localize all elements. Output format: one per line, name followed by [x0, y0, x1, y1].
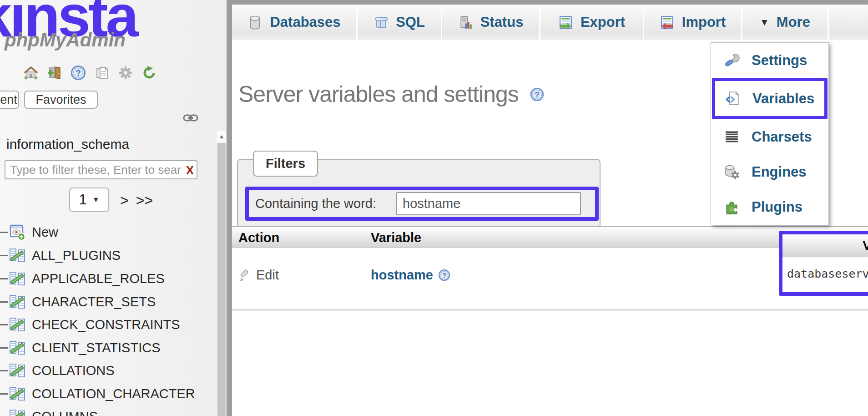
pencil-icon: [238, 269, 251, 281]
column-header-value: Value: [863, 238, 868, 253]
export-icon: [558, 15, 573, 30]
row-separator: [232, 309, 868, 310]
status-icon: [458, 15, 473, 30]
nav-tab-more[interactable]: ▼ More: [742, 5, 829, 40]
value-column-header: Value: [782, 234, 868, 257]
database-icon: [247, 15, 262, 30]
navigation-sidebar: kinsta phpMyAdmin ent Favorites informat…: [0, 0, 227, 416]
menu-item-label: Settings: [752, 52, 807, 69]
menu-item-charsets[interactable]: Charsets: [711, 119, 828, 154]
tree-item[interactable]: COLLATIONS: [0, 360, 227, 381]
menu-item-engines[interactable]: Engines: [711, 155, 828, 190]
menu-item-variables[interactable]: Variables: [712, 78, 828, 119]
menu-item-plugins[interactable]: Plugins: [711, 190, 828, 225]
nav-tab-label: Import: [682, 14, 726, 30]
nav-tab-status[interactable]: Status: [442, 5, 540, 40]
view-icon: [9, 316, 26, 333]
main-content: Databases SQL Status Export Import ▼ Mor…: [232, 5, 868, 416]
more-dropdown-menu: Settings Variables Charsets Engines Plug…: [711, 42, 829, 225]
view-icon: [9, 385, 26, 402]
page-title-row: Server variables and settings: [238, 81, 544, 107]
variables-icon: [725, 91, 741, 107]
nav-tab-label: Databases: [270, 14, 340, 30]
view-icon: [9, 293, 26, 310]
tree-item[interactable]: COLLATION_CHARACTER: [0, 383, 227, 405]
menu-item-label: Engines: [752, 164, 807, 180]
tree-item-label: CHECK_CONSTRAINTS: [32, 317, 180, 332]
menu-item-label: Charsets: [752, 129, 812, 145]
view-icon: [9, 339, 26, 356]
tree-item[interactable]: CHECK_CONSTRAINTS: [0, 314, 227, 335]
edit-button[interactable]: Edit: [238, 268, 279, 283]
import-icon: [660, 15, 675, 30]
nav-tab-import[interactable]: Import: [644, 5, 742, 40]
tree-item-label: COLUMNS: [32, 409, 98, 416]
help-icon[interactable]: [439, 269, 450, 281]
variable-name-link[interactable]: hostname: [371, 268, 433, 283]
wrench-icon: [724, 52, 740, 68]
plugins-icon: [724, 199, 740, 215]
nav-tab-export[interactable]: Export: [540, 5, 644, 40]
nav-tab-databases[interactable]: Databases: [232, 5, 358, 40]
new-table-icon: [9, 223, 26, 241]
sidebar-scrollbar[interactable]: ▲: [217, 131, 226, 416]
tree-item[interactable]: CLIENT_STATISTICS: [0, 337, 227, 359]
nav-tab-label: Export: [580, 14, 625, 30]
nav-tab-label: Status: [480, 14, 524, 30]
tree-item[interactable]: ALL_PLUGINS: [0, 244, 227, 266]
view-icon: [9, 408, 26, 416]
value-highlight-box: Value databaseserve: [779, 231, 868, 296]
table-tree: New ALL_PLUGINS APPLICABLE_ROLES CHARACT…: [0, 0, 227, 416]
menu-item-label: Variables: [752, 91, 814, 107]
view-icon: [9, 270, 26, 287]
charsets-icon: [724, 129, 740, 145]
engines-icon: [724, 164, 740, 180]
variables-table-header: Action Variable: [232, 226, 868, 248]
column-header-action: Action: [238, 230, 279, 245]
tree-item-label: COLLATIONS: [32, 363, 115, 378]
chevron-down-icon: ▼: [760, 17, 769, 28]
scroll-up-button[interactable]: ▲: [217, 131, 226, 142]
menu-item-settings[interactable]: Settings: [711, 43, 828, 78]
filter-label: Containing the word:: [249, 196, 396, 211]
tree-item-label: APPLICABLE_ROLES: [32, 271, 165, 286]
tree-item[interactable]: COLUMNS: [0, 406, 227, 416]
menu-item-label: Plugins: [752, 199, 802, 215]
tree-item-label: New: [32, 225, 58, 240]
scrollbar-thumb[interactable]: [217, 143, 226, 416]
tree-item-label: COLLATION_CHARACTER: [32, 386, 195, 401]
variable-cell: hostname: [371, 268, 450, 283]
edit-label: Edit: [256, 268, 279, 283]
tree-item-new[interactable]: New: [0, 221, 227, 243]
tree-item[interactable]: APPLICABLE_ROLES: [0, 268, 227, 289]
view-icon: [9, 247, 26, 264]
filter-highlight-box: Containing the word:: [245, 187, 599, 221]
variable-value: databaseserve: [782, 257, 868, 280]
nav-tab-label: SQL: [396, 14, 425, 30]
filters-legend: Filters: [253, 151, 318, 177]
help-icon[interactable]: [530, 88, 544, 101]
filters-fieldset: Filters Containing the word:: [237, 159, 601, 228]
tabbar-filler: [829, 5, 868, 40]
nav-tab-label: More: [777, 14, 810, 30]
nav-tab-sql[interactable]: SQL: [358, 5, 442, 40]
page-title: Server variables and settings: [238, 81, 519, 107]
tree-item[interactable]: CHARACTER_SETS: [0, 291, 227, 313]
top-navigation: Databases SQL Status Export Import ▼ Mor…: [232, 5, 868, 40]
variable-filter-input[interactable]: [396, 192, 581, 215]
tree-item-label: ALL_PLUGINS: [32, 248, 121, 263]
sql-scroll-icon: [373, 15, 389, 30]
tree-item-label: CHARACTER_SETS: [32, 294, 156, 309]
view-icon: [9, 362, 26, 379]
column-header-variable: Variable: [371, 230, 421, 245]
tree-item-label: CLIENT_STATISTICS: [32, 340, 161, 355]
